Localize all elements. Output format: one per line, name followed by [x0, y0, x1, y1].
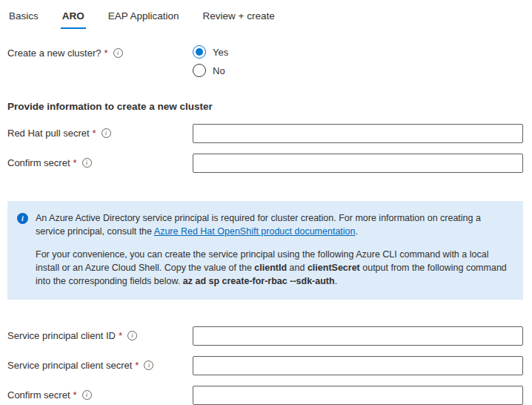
radio-option-no[interactable]: No — [193, 64, 228, 77]
field-row-create-new-cluster: Create a new cluster?* i Yes No — [7, 44, 523, 77]
confirm-secret-input-1[interactable] — [193, 154, 523, 173]
field-label: Confirm secret — [7, 157, 70, 168]
cli-command-text: az ad sp create-for-rbac --sdk-auth — [183, 276, 335, 286]
tab-aro[interactable]: ARO — [61, 9, 86, 29]
field-label: Red Hat pull secret — [7, 128, 90, 139]
info-message-bar: i An Azure Active Directory service prin… — [7, 201, 523, 300]
sp-client-id-label-group: Service principal client ID* i — [7, 326, 193, 341]
openshift-documentation-link[interactable]: Azure Red Hat OpenShift product document… — [154, 226, 356, 237]
confirm-secret-label-group: Confirm secret* i — [7, 386, 193, 401]
info-text: . — [335, 276, 337, 286]
info-tooltip-icon[interactable]: i — [102, 128, 111, 138]
field-row-confirm-secret-1: Confirm secret* i — [7, 154, 523, 173]
sp-client-secret-input[interactable] — [193, 356, 523, 375]
info-filled-icon: i — [17, 213, 28, 224]
field-label: Confirm secret — [7, 389, 70, 401]
section-heading-new-cluster: Provide information to create a new clus… — [7, 101, 523, 112]
field-row-confirm-secret-2: Confirm secret* i — [7, 386, 523, 405]
field-label: Service principal client secret — [7, 360, 132, 371]
required-marker: * — [73, 389, 77, 401]
field-label: Create a new cluster? — [7, 47, 101, 59]
required-marker: * — [93, 128, 96, 139]
confirm-secret-label-group: Confirm secret* i — [7, 154, 193, 168]
required-marker: * — [135, 360, 139, 371]
radio-yes-label: Yes — [213, 47, 228, 58]
info-message-content: An Azure Active Directory service princi… — [36, 211, 510, 288]
wizard-tab-bar: Basics ARO EAP Application Review + crea… — [7, 9, 523, 29]
radio-selected-icon — [193, 45, 206, 59]
pull-secret-label-group: Red Hat pull secret* i — [7, 124, 193, 139]
create-cluster-radio-group: Yes No — [193, 44, 228, 77]
client-id-token: clientId — [254, 263, 287, 273]
info-text: and — [287, 263, 307, 273]
tab-basics[interactable]: Basics — [7, 9, 40, 29]
field-label: Service principal client ID — [7, 330, 116, 341]
required-marker: * — [73, 157, 77, 168]
radio-option-yes[interactable]: Yes — [193, 45, 228, 59]
field-row-sp-client-id: Service principal client ID* i — [7, 326, 523, 346]
tab-eap-application[interactable]: EAP Application — [107, 9, 181, 29]
info-tooltip-icon[interactable]: i — [144, 360, 153, 370]
info-tooltip-icon[interactable]: i — [127, 331, 137, 340]
aro-create-wizard-page: Basics ARO EAP Application Review + crea… — [0, 0, 532, 405]
create-cluster-label-group: Create a new cluster?* i — [7, 44, 193, 59]
field-row-sp-client-secret: Service principal client secret* i — [7, 356, 523, 375]
info-tooltip-icon[interactable]: i — [113, 48, 123, 58]
info-paragraph-cli-command: For your convenience, you can create the… — [36, 248, 510, 288]
confirm-secret-input-2[interactable] — [193, 386, 523, 405]
info-tooltip-icon[interactable]: i — [82, 158, 92, 168]
client-secret-token: clientSecret — [307, 263, 360, 273]
info-tooltip-icon[interactable]: i — [82, 390, 92, 400]
required-marker: * — [119, 330, 122, 341]
pull-secret-input[interactable] — [193, 124, 523, 143]
sp-client-id-input[interactable] — [193, 326, 523, 346]
radio-no-label: No — [213, 65, 225, 76]
field-row-pull-secret: Red Hat pull secret* i — [7, 124, 523, 143]
sp-client-secret-label-group: Service principal client secret* i — [7, 356, 193, 371]
info-paragraph-service-principal: An Azure Active Directory service princi… — [36, 211, 510, 238]
info-text: . — [356, 226, 358, 237]
radio-unselected-icon — [193, 64, 206, 77]
required-marker: * — [104, 47, 107, 59]
tab-review-create[interactable]: Review + create — [202, 9, 276, 29]
